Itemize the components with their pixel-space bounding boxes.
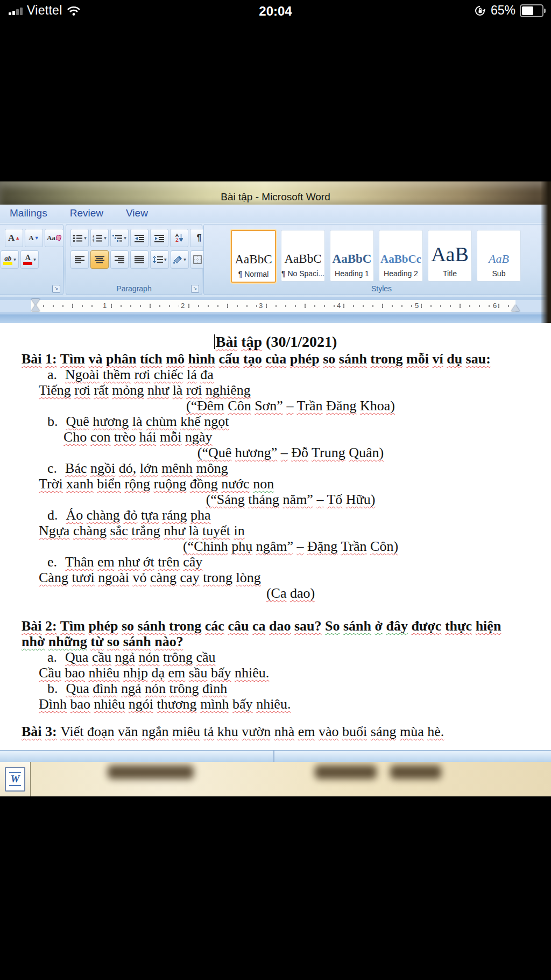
document-line: Bài 1: Tìm và phân tích mô hình cấu tạo … <box>22 351 551 367</box>
decrease-indent-button[interactable] <box>130 229 149 247</box>
text-cursor <box>214 334 215 349</box>
style-preview: AaBbC <box>285 252 322 266</box>
document-line: (“Chinh phụ ngâm” – Đặng Trần Côn) <box>30 538 551 554</box>
multilevel-list-button[interactable]: ▾ <box>110 229 129 247</box>
ios-status-bar: Viettel 20:04 65% <box>0 0 551 24</box>
align-right-button[interactable] <box>110 250 129 269</box>
numbering-button[interactable]: 123 ▾ <box>90 229 109 247</box>
document-line: Bài tập (30/1/2021) <box>0 333 551 351</box>
style-preview: AaBbC <box>333 252 372 266</box>
document-line: Càng tươi ngoài vỏ càng cay trong lòng <box>39 570 551 585</box>
document-line: (“Đêm Côn Sơn” – Trần Đăng Khoa) <box>30 398 551 414</box>
word-document-icon: W <box>5 767 25 792</box>
styles-group-label: Styles <box>204 284 551 293</box>
document-line: Cho con trèo hái mỗi ngày <box>63 429 551 445</box>
document-page[interactable]: Bài tập (30/1/2021)Bài 1: Tìm và phân tí… <box>0 323 551 750</box>
ribbon-tab-row: MailingsReviewView <box>0 205 551 222</box>
style-card-heading-1[interactable]: AaBbCHeading 1 <box>330 230 374 282</box>
tab-view[interactable]: View <box>126 207 148 219</box>
word-document-icon-panel[interactable]: W <box>0 762 31 796</box>
ruler-number: 2 <box>179 302 186 310</box>
blank-line <box>0 601 551 618</box>
document-line: Cầu bao nhiêu nhịp dạ em sầu bấy nhiêu. <box>39 665 551 681</box>
document-line: d.Áo chàng đỏ tựa ráng pha <box>47 507 551 523</box>
ruler-number: 5 <box>413 302 420 310</box>
word-title-bar: Bài tập - Microsoft Word <box>0 181 551 205</box>
styles-group: AaBbC¶ NormalAaBbC¶ No Spaci...AaBbCHead… <box>203 224 551 295</box>
style-card-no-spaci[interactable]: AaBbC¶ No Spaci... <box>281 230 325 282</box>
video-dark-edge <box>541 181 551 323</box>
font-group: A▲ A▼ Aa ab ▾ A ▾ ↘ <box>0 224 63 295</box>
ruler-number: 3 <box>257 302 264 310</box>
battery-percent-label: 65% <box>491 3 515 18</box>
increase-indent-button[interactable] <box>150 229 168 247</box>
document-line: c.Bác ngồi đó, lớn mênh mông <box>47 460 551 476</box>
svg-text:3: 3 <box>93 240 95 242</box>
document-line: Bài 2: Tìm phép so sánh trong các câu ca… <box>22 618 551 634</box>
right-indent-marker[interactable] <box>511 305 520 311</box>
document-line: a.Ngoài thềm rơi chiếc lá đa <box>47 367 551 382</box>
grow-font-button[interactable]: A▲ <box>5 229 23 247</box>
line-spacing-button[interactable]: ▾ <box>150 250 169 269</box>
shrink-font-button[interactable]: A▼ <box>25 229 43 247</box>
sort-button[interactable]: AZ <box>170 229 188 247</box>
ribbon: A▲ A▼ Aa ab ▾ A ▾ ↘ <box>0 222 551 298</box>
blank-line <box>0 712 551 724</box>
align-center-button[interactable] <box>90 250 109 269</box>
ruler-document-gap <box>0 314 551 323</box>
style-label: Heading 2 <box>384 269 418 278</box>
horizontal-ruler[interactable]: 123456 <box>0 300 551 312</box>
document-line: b.Qua đình ngả nón trông đình <box>47 681 551 696</box>
scrollbar-split <box>273 751 274 762</box>
style-card-sub[interactable]: AaBSub <box>477 230 521 282</box>
paragraph-group-label: Paragraph <box>66 284 202 293</box>
style-preview: AaBbC <box>235 253 272 267</box>
paragraph-dialog-launcher[interactable]: ↘ <box>191 285 199 293</box>
document-line: b.Quê hương là chùm khế ngọt <box>47 414 551 429</box>
font-color-button[interactable]: A ▾ <box>20 250 39 269</box>
document-line: Đình bao nhiêu ngói thương mình bấy nhiê… <box>39 696 551 712</box>
justify-button[interactable] <box>130 250 149 269</box>
style-label: Title <box>443 269 457 278</box>
document-line: (“Quê hương” – Đỗ Trung Quân) <box>30 445 551 460</box>
ruler-number: 4 <box>335 302 342 310</box>
document-line: (“Sáng tháng năm” – Tố Hữu) <box>30 492 551 507</box>
style-preview: AaBbCc <box>380 253 421 266</box>
orientation-lock-icon <box>474 4 486 17</box>
document-line: (Ca dao) <box>30 585 551 601</box>
ruler-number: 6 <box>491 302 498 310</box>
style-card-normal[interactable]: AaBbC¶ Normal <box>231 230 276 283</box>
text-highlight-button[interactable]: ab ▾ <box>1 250 19 269</box>
change-case-button[interactable]: Aa <box>45 229 63 247</box>
document-line: Bài 3: Viết đoạn văn ngắn miêu tả khu vư… <box>22 724 551 739</box>
bottom-strip: W <box>0 762 551 796</box>
style-label: Sub <box>492 269 506 278</box>
document-line: Ngựa chàng sắc trắng như là tuyết in <box>39 523 551 538</box>
style-card-title[interactable]: AaBTitle <box>428 230 472 282</box>
paragraph-group: ▾ 123 ▾ ▾ AZ <box>66 224 202 295</box>
style-card-heading-2[interactable]: AaBbCcHeading 2 <box>379 230 423 282</box>
document-line: e.Thân em như ớt trên cây <box>47 554 551 570</box>
document-line: nhờ những từ so sánh nào? <box>22 634 551 649</box>
ruler-row: 123456 <box>0 297 551 314</box>
style-label: Heading 1 <box>335 269 369 278</box>
align-left-button[interactable] <box>70 250 89 269</box>
tab-review[interactable]: Review <box>70 207 103 219</box>
hanging-indent-marker[interactable] <box>31 305 40 311</box>
tab-mailings[interactable]: Mailings <box>10 207 47 219</box>
window-title: Bài tập - Microsoft Word <box>0 191 551 203</box>
style-label: ¶ Normal <box>238 270 269 278</box>
document-line: Trời xanh biển rộng ruộng đồng nước non <box>39 476 551 492</box>
horizontal-scrollbar[interactable] <box>0 750 551 762</box>
style-preview: AaB <box>431 242 469 266</box>
style-preview: AaB <box>489 252 509 266</box>
battery-icon <box>520 4 543 17</box>
ruler-number: 1 <box>101 302 108 310</box>
bullets-button[interactable]: ▾ <box>70 229 89 247</box>
style-label: ¶ No Spaci... <box>281 269 324 278</box>
phone-screen: Viettel 20:04 65% Bài tập - Microsoft Wo… <box>0 0 551 980</box>
shading-button[interactable]: ▾ <box>171 250 189 269</box>
document-line: Tiếng rơi rất mỏng như là rơi nghiêng <box>39 382 551 398</box>
font-dialog-launcher[interactable]: ↘ <box>52 285 60 293</box>
document-line: a.Qua cầu ngả nón trông cầu <box>47 649 551 665</box>
